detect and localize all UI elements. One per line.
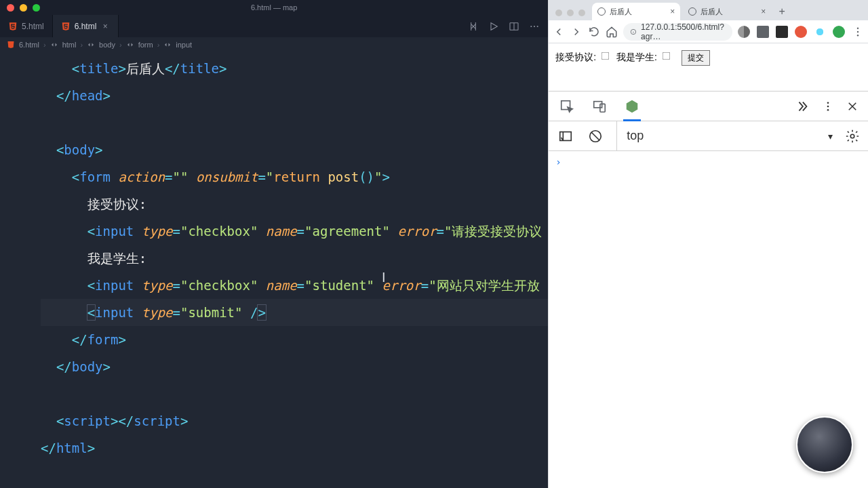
- breadcrumb-item[interactable]: form: [138, 41, 153, 49]
- webcam-overlay: [796, 416, 853, 473]
- browser-tab-title: 后盾人: [610, 7, 632, 17]
- page-content: 接受协议: 我是学生: 提交: [549, 43, 868, 91]
- element-icon: [87, 41, 95, 49]
- nodejs-icon[interactable]: [623, 92, 641, 121]
- info-icon: [630, 28, 637, 36]
- more-panels-icon[interactable]: [795, 99, 810, 114]
- browser-pane: 后盾人 × 后盾人 × +: [548, 0, 868, 488]
- clear-console-icon[interactable]: [587, 127, 604, 145]
- svg-point-12: [827, 105, 829, 107]
- minimize-window-icon[interactable]: [567, 9, 574, 16]
- svg-point-1: [531, 25, 532, 26]
- chevron-down-icon: ▾: [828, 131, 833, 142]
- console-prompt-icon: ›: [555, 157, 561, 167]
- home-button[interactable]: [606, 26, 618, 38]
- extension-icon[interactable]: [795, 26, 807, 38]
- console-settings-icon[interactable]: [845, 129, 860, 144]
- code-editor[interactable]: <title>后盾人</title> </head> <body> <form …: [0, 52, 548, 488]
- tab-5html[interactable]: 5.html: [0, 15, 53, 37]
- html-file-icon: [8, 22, 18, 31]
- compare-icon[interactable]: [468, 21, 479, 32]
- globe-icon: [597, 7, 606, 16]
- svg-point-6: [857, 30, 859, 32]
- svg-point-7: [857, 35, 859, 36]
- maximize-window-icon[interactable]: [578, 9, 585, 16]
- page-label-student: 我是学生:: [616, 52, 657, 62]
- back-button[interactable]: [553, 26, 565, 38]
- close-tab-icon[interactable]: ×: [761, 7, 766, 16]
- new-tab-button[interactable]: +: [774, 5, 790, 20]
- editor-tabbar: 5.html 6.html ×: [0, 15, 548, 37]
- profile-avatar-icon[interactable]: [833, 26, 845, 38]
- url-bar[interactable]: 127.0.0.1:5500/6.html?agr…: [623, 23, 732, 41]
- extension-icon[interactable]: [814, 26, 826, 38]
- tab-6html[interactable]: 6.html ×: [53, 15, 119, 37]
- breadcrumb-item[interactable]: 6.html: [19, 41, 39, 49]
- svg-point-16: [850, 134, 854, 138]
- svg-point-3: [537, 25, 538, 26]
- tab-label: 6.html: [75, 22, 97, 31]
- breadcrumb-item[interactable]: body: [99, 41, 115, 49]
- svg-point-2: [534, 25, 535, 26]
- console-toolbar: top ▾: [549, 121, 868, 151]
- student-checkbox[interactable]: [662, 52, 670, 60]
- forward-button[interactable]: [570, 26, 583, 38]
- page-label-agreement: 接受协议:: [555, 52, 596, 62]
- console-sidebar-icon[interactable]: [557, 127, 574, 145]
- browser-tabstrip: 后盾人 × 后盾人 × +: [549, 0, 868, 20]
- agreement-checkbox[interactable]: [601, 52, 610, 60]
- html-file-icon: [61, 22, 71, 31]
- browser-window-controls[interactable]: [549, 9, 592, 20]
- globe-icon: [688, 7, 696, 16]
- element-icon: [163, 41, 172, 49]
- devtools-menu-icon[interactable]: [822, 100, 834, 113]
- chrome-menu-icon[interactable]: [852, 26, 864, 38]
- extension-icon[interactable]: [757, 26, 769, 38]
- svg-point-13: [827, 108, 829, 110]
- html-file-icon: [7, 41, 15, 49]
- close-devtools-icon[interactable]: [846, 100, 859, 113]
- inspect-element-icon[interactable]: [558, 98, 576, 115]
- context-label: top: [627, 129, 644, 143]
- editor-pane: 6.html — map 5.html 6.html × 6.html›: [0, 0, 548, 488]
- svg-point-11: [827, 102, 829, 104]
- close-window-icon[interactable]: [555, 9, 562, 16]
- devtools-toolbar: [549, 92, 868, 121]
- execution-context-selector[interactable]: top ▾: [616, 121, 833, 150]
- window-title: 6.html — map: [0, 3, 548, 12]
- editor-titlebar: 6.html — map: [0, 0, 548, 15]
- tab-label: 5.html: [22, 22, 44, 31]
- breadcrumbs[interactable]: 6.html› html› body› form› input: [0, 37, 548, 52]
- close-tab-icon[interactable]: ×: [100, 22, 110, 31]
- browser-tab-title: 后盾人: [701, 7, 723, 17]
- url-text: 127.0.0.1:5500/6.html?agr…: [641, 22, 726, 41]
- reload-button[interactable]: [588, 26, 600, 38]
- breadcrumb-item[interactable]: input: [176, 41, 192, 49]
- text-cursor-icon: I: [382, 270, 386, 285]
- device-toggle-icon[interactable]: [591, 98, 608, 115]
- split-editor-icon[interactable]: [509, 21, 519, 32]
- breadcrumb-item[interactable]: html: [62, 41, 77, 49]
- svg-point-5: [857, 27, 859, 28]
- submit-button[interactable]: 提交: [682, 50, 710, 66]
- extensions: [738, 26, 864, 38]
- extension-icon[interactable]: [776, 26, 788, 38]
- svg-rect-9: [594, 101, 602, 107]
- more-actions-icon[interactable]: [529, 21, 540, 32]
- browser-toolbar: 127.0.0.1:5500/6.html?agr…: [549, 20, 868, 43]
- run-icon[interactable]: [488, 21, 499, 32]
- element-icon: [126, 41, 134, 49]
- element-icon: [50, 41, 58, 49]
- browser-tab-1[interactable]: 后盾人 ×: [683, 3, 771, 20]
- browser-tab-0[interactable]: 后盾人 ×: [592, 3, 680, 20]
- extension-icon[interactable]: [738, 26, 750, 38]
- close-tab-icon[interactable]: ×: [670, 7, 675, 16]
